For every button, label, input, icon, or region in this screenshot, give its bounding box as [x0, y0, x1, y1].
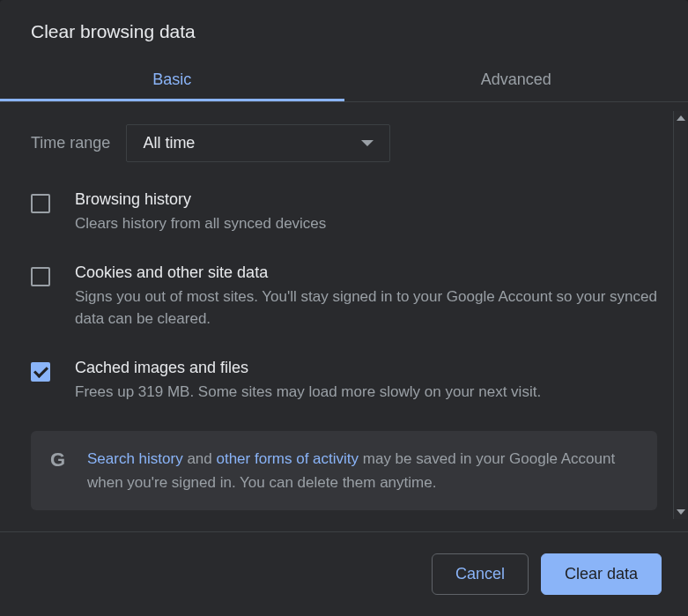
option-desc: Frees up 319 MB. Some sites may load mor…	[75, 381, 657, 404]
svg-marker-1	[677, 509, 685, 515]
dialog-title: Clear browsing data	[0, 0, 688, 58]
info-text-fragment: and	[183, 450, 217, 467]
option-browsing-history: Browsing history Clears history from all…	[31, 190, 657, 235]
option-text-block: Browsing history Clears history from all…	[75, 190, 657, 235]
scroll-up-icon[interactable]	[674, 111, 687, 125]
dialog-footer: Cancel Clear data	[0, 531, 688, 616]
svg-marker-0	[677, 115, 685, 121]
cancel-button[interactable]: Cancel	[432, 553, 529, 595]
clear-data-button[interactable]: Clear data	[541, 553, 662, 595]
clear-browsing-data-dialog: Clear browsing data Basic Advanced Time …	[0, 0, 688, 616]
scrollbar[interactable]	[673, 111, 687, 519]
option-cookies: Cookies and other site data Signs you ou…	[31, 263, 657, 330]
other-activity-link[interactable]: other forms of activity	[216, 450, 359, 467]
google-account-info-card: G Search history and other forms of acti…	[31, 431, 657, 510]
option-title: Cached images and files	[75, 359, 657, 377]
google-icon: G	[50, 449, 70, 468]
option-desc: Signs you out of most sites. You'll stay…	[75, 286, 657, 330]
search-history-link[interactable]: Search history	[87, 450, 183, 467]
option-title: Cookies and other site data	[75, 263, 657, 282]
tab-advanced[interactable]: Advanced	[344, 58, 689, 101]
option-title: Browsing history	[75, 190, 657, 209]
scroll-down-icon[interactable]	[674, 505, 687, 519]
time-range-row: Time range All time	[31, 124, 657, 162]
option-desc: Clears history from all synced devices	[75, 212, 657, 235]
time-range-label: Time range	[31, 134, 110, 152]
checkbox-browsing-history[interactable]	[31, 194, 50, 213]
chevron-down-icon	[361, 140, 374, 146]
option-cached: Cached images and files Frees up 319 MB.…	[31, 359, 657, 404]
option-text-block: Cached images and files Frees up 319 MB.…	[75, 359, 657, 404]
info-text: Search history and other forms of activi…	[87, 447, 638, 494]
option-text-block: Cookies and other site data Signs you ou…	[75, 263, 657, 330]
time-range-value: All time	[143, 134, 195, 152]
time-range-dropdown[interactable]: All time	[126, 124, 390, 162]
tab-bar: Basic Advanced	[0, 58, 688, 102]
tab-basic[interactable]: Basic	[0, 58, 344, 101]
checkbox-cached[interactable]	[31, 362, 50, 382]
checkbox-cookies[interactable]	[31, 267, 50, 286]
dialog-content: Time range All time Browsing history Cle…	[0, 102, 688, 531]
